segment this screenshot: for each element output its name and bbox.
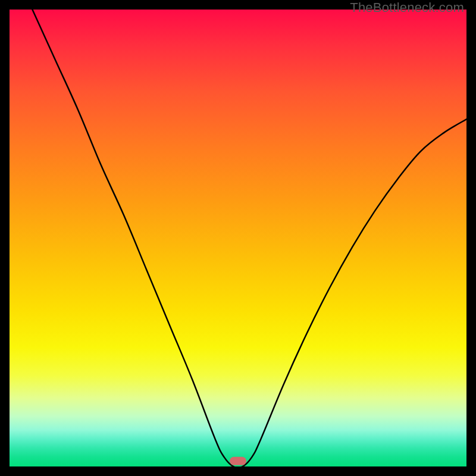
optimal-marker xyxy=(10,10,466,466)
svg-rect-0 xyxy=(230,457,246,465)
bottleneck-curve xyxy=(10,10,466,466)
watermark-label: TheBottleneck.com xyxy=(350,0,464,15)
chart-frame: TheBottleneck.com xyxy=(0,0,476,476)
plot-area xyxy=(10,10,466,466)
